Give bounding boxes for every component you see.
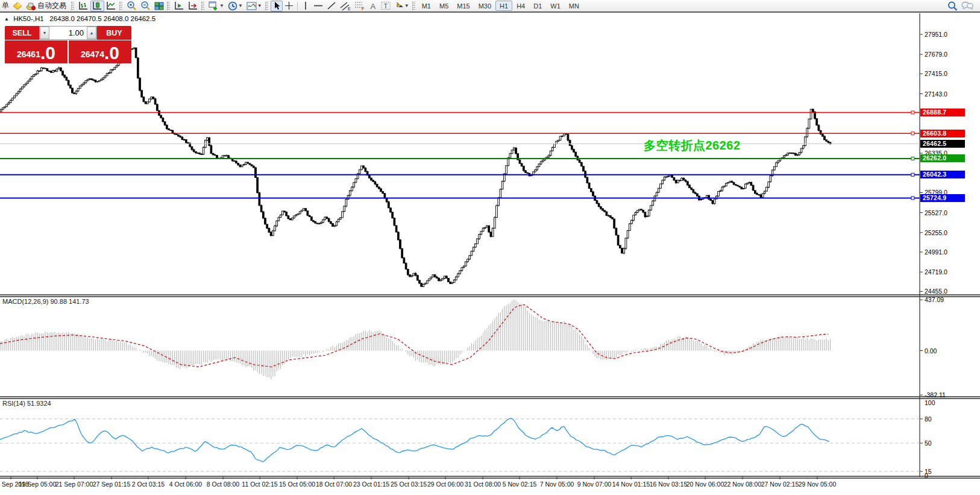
- line-handle[interactable]: [911, 111, 914, 114]
- time-axis-label: 14 Nov 01:15: [612, 481, 650, 488]
- sell-button[interactable]: SELL: [5, 26, 39, 40]
- rsi-scale-100: 100: [925, 399, 978, 406]
- timeframe-M30[interactable]: M30: [474, 1, 495, 11]
- sell-price-display[interactable]: 26461.0: [5, 40, 68, 63]
- rsi-line: [0, 418, 829, 462]
- price-axis-tick: 25527.0: [925, 209, 978, 216]
- price-axis-tick: 27143.0: [925, 90, 978, 98]
- toolbar-grip: [265, 2, 268, 10]
- price-tag-26888.7[interactable]: 26888.7: [920, 109, 965, 116]
- one-click-trade-panel: SELL ▼ ▲ BUY 26461.0 26474.0: [5, 26, 131, 63]
- cursor-button[interactable]: [271, 1, 283, 11]
- price-tag-26462.5[interactable]: 26462.5: [920, 140, 965, 148]
- crosshair-button[interactable]: [283, 1, 295, 11]
- new-order-button[interactable]: 单: [0, 1, 11, 11]
- bar-chart-button[interactable]: [77, 1, 90, 11]
- chevron-down-icon[interactable]: ▼: [404, 3, 409, 8]
- clock-icon: [228, 1, 237, 11]
- vertical-line-icon: [302, 1, 309, 10]
- autotrading-button[interactable]: 自动交易: [24, 1, 70, 11]
- collapse-panel-icon[interactable]: ▲: [4, 16, 9, 22]
- price-tag-26603.8[interactable]: 26603.8: [920, 130, 965, 137]
- rsi-scale-0: 0: [925, 472, 978, 479]
- volume-input[interactable]: [49, 27, 87, 39]
- chart-ohlc-values: 26438.0 26470.5 26408.0 26462.5: [49, 15, 155, 22]
- search-button[interactable]: [946, 1, 960, 11]
- timeframe-H1[interactable]: H1: [495, 1, 512, 11]
- svg-text:T: T: [383, 2, 388, 10]
- buy-button[interactable]: BUY: [97, 26, 131, 40]
- chevron-down-icon[interactable]: ▼: [257, 3, 262, 8]
- timeframe-D1[interactable]: D1: [529, 1, 546, 11]
- volume-increase-button[interactable]: ▲: [87, 27, 96, 39]
- templates-button[interactable]: ▼: [245, 1, 264, 11]
- toolbar-grip: [71, 2, 74, 10]
- timeframe-MN[interactable]: MN: [565, 1, 583, 11]
- indicators-icon: [209, 1, 219, 11]
- chat-icon: [961, 1, 973, 10]
- equidistant-channel-icon: E: [340, 1, 351, 11]
- pivot-annotation-text[interactable]: 多空转折点26262: [644, 137, 741, 154]
- arrows-button[interactable]: ▼: [392, 1, 411, 11]
- price-tag-25724.9[interactable]: 25724.9: [920, 194, 965, 202]
- time-axis-label: 16 Nov 03:15: [650, 481, 687, 488]
- rsi-indicator-label: RSI(14) 51.9324: [2, 400, 51, 407]
- line-chart-button[interactable]: [104, 1, 118, 11]
- toolbar-grip: [119, 2, 122, 10]
- chevron-down-icon[interactable]: ▼: [238, 3, 243, 8]
- price-axis-tick: 25255.0: [925, 229, 978, 236]
- zoom-out-icon: [140, 1, 151, 11]
- timeframe-M5[interactable]: M5: [435, 1, 453, 11]
- time-axis-label: 4 Oct 06:00: [169, 481, 202, 488]
- equidistant-channel-button[interactable]: E: [338, 1, 353, 11]
- periods-button[interactable]: ▼: [226, 1, 245, 11]
- chevron-down-icon[interactable]: ▼: [219, 3, 224, 8]
- price-axis-tick: 24991.0: [925, 248, 978, 256]
- volume-control: ▼ ▲: [39, 26, 97, 40]
- vertical-line-button[interactable]: [300, 1, 312, 11]
- zoom-in-button[interactable]: [125, 1, 139, 11]
- trendline-button[interactable]: [325, 1, 338, 11]
- rsi-level-label-80: 80: [925, 415, 978, 423]
- horizontal-line-icon: [313, 1, 323, 10]
- price-tag-26042.3[interactable]: 26042.3: [920, 171, 965, 178]
- time-axis-label: 27 Sep 01:15: [93, 481, 130, 488]
- chart-canvas[interactable]: [0, 0, 980, 495]
- indicators-button[interactable]: ▼: [207, 1, 226, 11]
- horizontal-line-button[interactable]: [312, 1, 325, 11]
- line-handle[interactable]: [911, 157, 914, 160]
- chart-shift-button[interactable]: [186, 1, 200, 11]
- time-axis-label: 27 Nov 02:15: [761, 481, 799, 488]
- timeframe-M1[interactable]: M1: [418, 1, 435, 11]
- text-button[interactable]: A: [367, 1, 379, 11]
- auto-scroll-button[interactable]: [172, 1, 186, 11]
- candlestick-chart-button[interactable]: [90, 1, 104, 11]
- zoom-out-button[interactable]: [139, 1, 152, 11]
- arrows-icon: [394, 1, 404, 10]
- line-handle[interactable]: [911, 132, 914, 135]
- timeframe-M15[interactable]: M15: [453, 1, 474, 11]
- gold-diamond-icon: [13, 2, 22, 10]
- timeframe-H4[interactable]: H4: [512, 1, 529, 11]
- search-icon: [947, 1, 958, 11]
- tile-windows-button[interactable]: [152, 1, 166, 11]
- text-label-button[interactable]: T: [379, 1, 392, 11]
- time-axis-label: 11 Oct 02:15: [242, 481, 277, 488]
- sell-price-main: 26461: [17, 46, 40, 62]
- fibonacci-button[interactable]: F: [353, 1, 367, 11]
- chat-button[interactable]: [960, 1, 975, 11]
- zoom-in-icon: [127, 1, 137, 11]
- line-handle[interactable]: [911, 173, 914, 176]
- autotrading-icon: [26, 2, 36, 10]
- time-axis-label: 25 Oct 03:15: [391, 481, 427, 488]
- line-handle[interactable]: [911, 197, 914, 200]
- time-axis-label: 29 Oct 06:00: [427, 481, 463, 488]
- timeframe-W1[interactable]: W1: [546, 1, 565, 11]
- order-book-icon[interactable]: [11, 1, 24, 11]
- time-axis-label: 29 Nov 05:00: [799, 481, 836, 488]
- price-axis-tick: 27415.0: [925, 70, 978, 77]
- buy-price-display[interactable]: 26474.0: [69, 40, 131, 63]
- toolbar: 单 自动交易: [0, 0, 980, 13]
- price-tag-26262[interactable]: 26262.0: [920, 154, 965, 162]
- volume-decrease-button[interactable]: ▼: [40, 27, 49, 39]
